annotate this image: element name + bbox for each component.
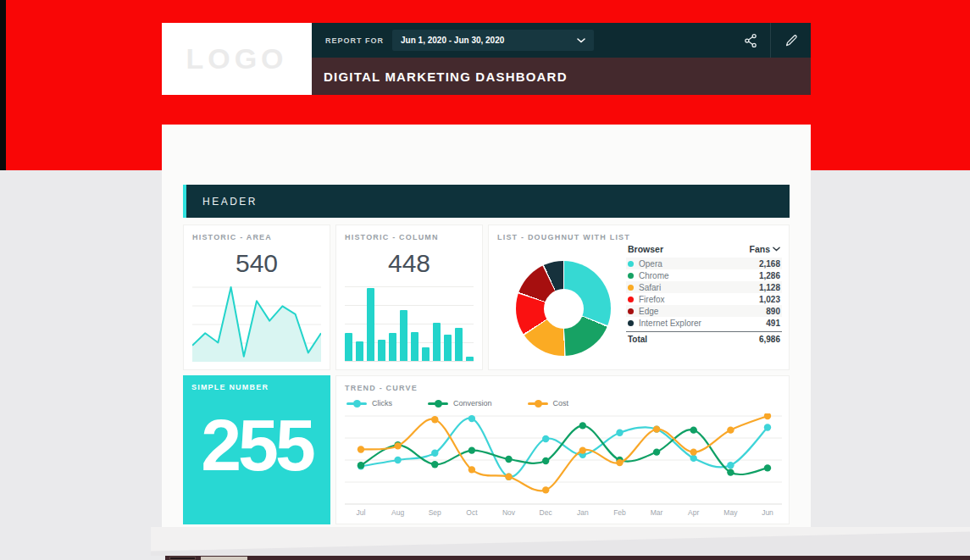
trend-line-chart bbox=[345, 413, 782, 507]
table-row: Firefox1,023 bbox=[626, 293, 782, 305]
month-label: Mar bbox=[642, 508, 671, 517]
column-bar bbox=[400, 310, 407, 361]
browser-label: Internet Explorer bbox=[639, 319, 701, 328]
table-total-row: Total 6,986 bbox=[626, 331, 782, 347]
sort-chevron-down-icon bbox=[773, 247, 780, 252]
month-label: Nov bbox=[495, 508, 524, 517]
column-header-browser: Browser bbox=[628, 244, 663, 254]
historic-column-value: 448 bbox=[345, 249, 474, 278]
total-value: 6,986 bbox=[759, 335, 780, 344]
month-label: Jul bbox=[346, 508, 375, 517]
page-fold-decoration bbox=[151, 527, 970, 556]
series-color-dot bbox=[628, 308, 634, 314]
month-label: Apr bbox=[679, 508, 708, 517]
next-page-edge-segment bbox=[169, 557, 196, 560]
column-bar bbox=[389, 333, 396, 361]
report-topbar: REPORT FOR Jun 1, 2020 - Jun 30, 2020 bbox=[312, 23, 811, 58]
browser-label: Edge bbox=[639, 307, 658, 316]
card-title: HISTORIC - AREA bbox=[192, 233, 321, 241]
card-doughnut-list: LIST - DOUGHNUT WITH LIST Browser Fans O… bbox=[488, 225, 790, 370]
column-bar bbox=[466, 357, 474, 361]
series-color-dot bbox=[628, 285, 634, 291]
column-bar bbox=[345, 333, 352, 361]
month-label: Jan bbox=[568, 508, 597, 517]
table-row: Chrome1,286 bbox=[626, 269, 782, 281]
series-color-dot bbox=[628, 320, 634, 326]
edit-button[interactable] bbox=[771, 23, 811, 58]
month-label: Feb bbox=[605, 508, 634, 517]
share-button[interactable] bbox=[730, 23, 770, 58]
month-label: Oct bbox=[457, 508, 486, 517]
table-row: Opera2,168 bbox=[626, 258, 782, 269]
month-label: Sep bbox=[420, 508, 449, 517]
card-title: HISTORIC - COLUMN bbox=[345, 233, 474, 241]
card-title: LIST - DOUGHNUT WITH LIST bbox=[497, 233, 780, 241]
share-icon bbox=[742, 32, 759, 49]
dashboard-titlebar: DIGITAL MARKETING DASHBOARD bbox=[312, 58, 811, 95]
logo: LOGO bbox=[162, 23, 312, 95]
column-bar bbox=[455, 328, 463, 361]
fans-value: 1,128 bbox=[759, 283, 780, 292]
legend-item[interactable]: Clicks bbox=[346, 399, 392, 408]
browser-label: Safari bbox=[639, 283, 661, 292]
browser-label: Opera bbox=[639, 259, 662, 269]
date-range-dropdown[interactable]: Jun 1, 2020 - Jun 30, 2020 bbox=[392, 30, 594, 51]
legend-label: Cost bbox=[553, 399, 569, 408]
legend-line-icon bbox=[528, 400, 548, 408]
month-label: Jun bbox=[753, 508, 782, 517]
dashboard-page: LOGO REPORT FOR Jun 1, 2020 - Jun 30, 20… bbox=[0, 0, 970, 560]
fans-value: 1,023 bbox=[759, 295, 780, 304]
series-color-dot bbox=[628, 297, 634, 302]
fans-value: 491 bbox=[766, 319, 780, 328]
simple-number-value: 255 bbox=[191, 403, 322, 487]
card-trend-curve: TREND - CURVE ClicksConversionCost JulAu… bbox=[335, 375, 790, 524]
card-historic-area: HISTORIC - AREA 540 bbox=[183, 225, 330, 370]
table-header: Browser Fans bbox=[626, 242, 782, 258]
series-color-dot bbox=[628, 261, 634, 267]
table-rows: Opera2,168Chrome1,286Safari1,128Firefox1… bbox=[626, 258, 782, 329]
legend-item[interactable]: Conversion bbox=[428, 399, 492, 408]
report-for-label: REPORT FOR bbox=[325, 36, 384, 45]
historic-area-value: 540 bbox=[192, 249, 321, 278]
trend-legend: ClicksConversionCost bbox=[346, 399, 780, 408]
left-edge-strip bbox=[0, 0, 6, 170]
fans-value: 890 bbox=[766, 307, 780, 316]
month-label: Aug bbox=[384, 508, 413, 517]
month-label: Dec bbox=[531, 508, 560, 517]
doughnut-chart bbox=[516, 261, 611, 356]
column-bar bbox=[378, 340, 385, 361]
series-color-dot bbox=[628, 273, 634, 279]
browser-fans-table: Browser Fans Opera2,168Chrome1,286Safari… bbox=[626, 242, 782, 347]
card-historic-column: HISTORIC - COLUMN 448 bbox=[335, 225, 483, 370]
browser-label: Firefox bbox=[639, 295, 665, 304]
legend-item[interactable]: Cost bbox=[528, 399, 569, 408]
column-bar bbox=[422, 347, 430, 361]
legend-label: Clicks bbox=[372, 399, 392, 408]
doughnut-hole bbox=[544, 289, 584, 329]
legend-label: Conversion bbox=[453, 399, 492, 408]
legend-line-icon bbox=[428, 400, 448, 408]
area-chart bbox=[192, 284, 321, 362]
next-page-edge-segment bbox=[201, 557, 247, 560]
card-simple-number: SIMPLE NUMBER 255 bbox=[183, 375, 330, 524]
browser-label: Chrome bbox=[639, 271, 669, 280]
column-bar bbox=[411, 332, 418, 361]
table-row: Safari1,128 bbox=[626, 281, 782, 293]
legend-line-icon bbox=[346, 400, 367, 408]
report-panel: HEADER HISTORIC - AREA 540 HISTORIC - CO… bbox=[162, 125, 811, 527]
next-page-edge bbox=[165, 556, 970, 560]
column-header-fans-sort[interactable]: Fans bbox=[749, 244, 780, 254]
table-row: Edge890 bbox=[626, 305, 782, 317]
card-title: SIMPLE NUMBER bbox=[191, 383, 322, 391]
date-range-value: Jun 1, 2020 - Jun 30, 2020 bbox=[401, 36, 504, 45]
column-bar bbox=[367, 288, 374, 361]
header-banner-label: HEADER bbox=[202, 196, 258, 208]
total-label: Total bbox=[628, 335, 647, 344]
logo-text: LOGO bbox=[186, 42, 287, 75]
column-bar bbox=[444, 335, 452, 361]
trend-x-axis-labels: JulAugSepOctNovDecJanFebMarAprMayJun bbox=[345, 508, 782, 520]
pencil-icon bbox=[784, 33, 799, 48]
header-banner: HEADER bbox=[183, 185, 790, 218]
column-chart bbox=[345, 284, 474, 362]
column-bar bbox=[356, 341, 363, 361]
